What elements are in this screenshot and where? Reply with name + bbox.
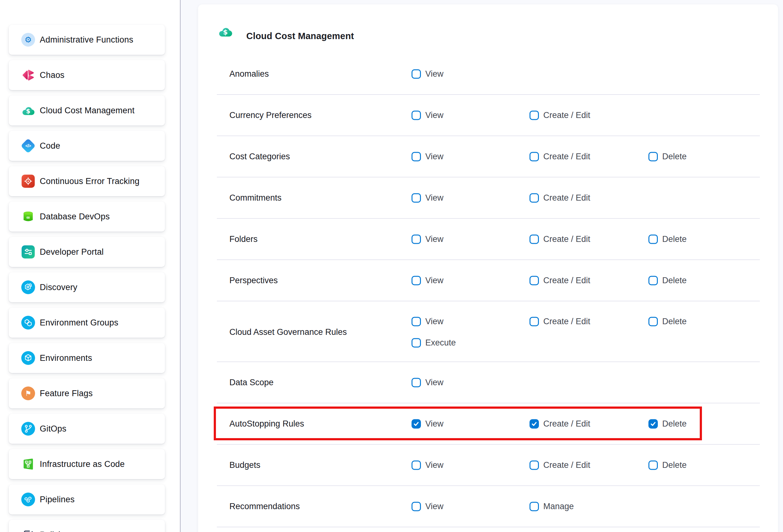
resource-label: Perspectives — [229, 276, 278, 285]
permission-cost-categories-view[interactable]: View — [411, 152, 443, 161]
cloud-dollar-icon: $ — [21, 103, 36, 118]
sidebar-item-administrative-functions[interactable]: ⚙ Administrative Functions — [9, 25, 165, 55]
chain-links-icon — [21, 492, 36, 507]
checkbox[interactable] — [530, 502, 539, 511]
sidebar-item-chaos[interactable]: Chaos — [9, 60, 165, 90]
checkbox[interactable] — [649, 152, 658, 161]
checkbox[interactable] — [411, 69, 421, 79]
module-title: Cloud Cost Management — [246, 31, 354, 41]
sidebar-item-code[interactable]: </> Code — [9, 131, 165, 161]
sidebar-item-continuous-error-tracking[interactable]: Continuous Error Tracking — [9, 166, 165, 196]
row-budgets: Budgets View Create / Edit Delete — [217, 445, 760, 486]
resource-label: Cost Categories — [229, 152, 290, 161]
sidebar-item-gitops[interactable]: GitOps — [9, 414, 165, 444]
checkbox[interactable] — [530, 276, 539, 285]
permissions-card: $ Cloud Cost Management Anomalies View C… — [198, 4, 778, 532]
sidebar-item-environments[interactable]: Environments — [9, 343, 165, 373]
cloud-dollar-icon: $ — [218, 24, 233, 41]
row-recommendations: Recommendations View Manage — [217, 486, 760, 527]
permission-cloud-asset-governance-rules-delete[interactable]: Delete — [649, 317, 687, 326]
checkbox[interactable] — [411, 338, 421, 347]
resource-label: Currency Preferences — [229, 111, 312, 120]
sidebar-item-discovery[interactable]: Discovery — [9, 272, 165, 302]
checkbox[interactable] — [649, 419, 658, 429]
sidebar-item-cloud-cost-management[interactable]: $ Cloud Cost Management — [9, 95, 165, 125]
permission-currency-preferences-create-edit[interactable]: Create / Edit — [530, 111, 590, 120]
permission-budgets-delete[interactable]: Delete — [649, 460, 687, 470]
row-perspectives: Perspectives View Create / Edit Delete — [217, 260, 760, 301]
permission-perspectives-view[interactable]: View — [411, 276, 443, 285]
permission-autostopping-rules-view[interactable]: View — [411, 419, 443, 429]
checkbox[interactable] — [411, 460, 421, 470]
code-icon: </> — [21, 138, 36, 153]
checkbox[interactable] — [411, 234, 421, 244]
checkbox[interactable] — [411, 152, 421, 161]
module-list: ⚙ Administrative Functions Chaos $ Cloud… — [0, 25, 180, 532]
sidebar-item-policies[interactable]: Policies — [9, 520, 165, 532]
svg-text:$: $ — [223, 28, 227, 36]
sidebar-item-environment-groups[interactable]: Environment Groups — [9, 308, 165, 338]
flag-icon: ⚑ — [21, 386, 36, 401]
permission-autostopping-rules-create-edit[interactable]: Create / Edit — [530, 419, 590, 429]
hexagon-group-icon — [21, 315, 36, 330]
resource-label: Data Scope — [229, 378, 274, 387]
row-folders: Folders View Create / Edit Delete — [217, 219, 760, 260]
checkbox[interactable] — [649, 276, 658, 285]
permission-cost-categories-create-edit[interactable]: Create / Edit — [530, 152, 590, 161]
target-icon — [21, 174, 36, 189]
sidebar-item-developer-portal[interactable]: Developer Portal — [9, 237, 165, 267]
permission-perspectives-delete[interactable]: Delete — [649, 276, 687, 285]
checkbox[interactable] — [649, 317, 658, 326]
permission-folders-view[interactable]: View — [411, 234, 443, 244]
checkbox[interactable] — [411, 419, 421, 429]
checkbox[interactable] — [530, 152, 539, 161]
svg-text:$: $ — [26, 107, 30, 115]
cube-icon — [21, 350, 36, 366]
permission-perspectives-create-edit[interactable]: Create / Edit — [530, 276, 590, 285]
permission-recommendations-view[interactable]: View — [411, 502, 443, 511]
checkbox[interactable] — [411, 193, 421, 202]
permission-anomalies-view[interactable]: View — [411, 69, 443, 79]
sliders-icon — [21, 244, 36, 259]
row-currency-preferences: Currency Preferences View Create / Edit — [217, 95, 760, 136]
checkbox[interactable] — [530, 111, 539, 120]
permission-cost-categories-delete[interactable]: Delete — [649, 152, 687, 161]
checkbox[interactable] — [530, 317, 539, 326]
permission-commitments-create-edit[interactable]: Create / Edit — [530, 193, 590, 203]
svg-text:∞: ∞ — [26, 215, 30, 220]
checkbox[interactable] — [649, 234, 658, 244]
checkbox[interactable] — [411, 502, 421, 511]
permission-data-scope-view[interactable]: View — [411, 378, 443, 387]
permission-cloud-asset-governance-rules-execute[interactable]: Execute — [411, 338, 456, 348]
checkbox[interactable] — [530, 193, 539, 202]
checkbox[interactable] — [530, 419, 539, 429]
checkbox[interactable] — [411, 111, 421, 120]
permission-cloud-asset-governance-rules-create-edit[interactable]: Create / Edit — [530, 317, 590, 326]
permission-folders-delete[interactable]: Delete — [649, 234, 687, 244]
permission-folders-create-edit[interactable]: Create / Edit — [530, 234, 590, 244]
checkbox[interactable] — [411, 378, 421, 387]
resource-label: Commitments — [229, 193, 282, 203]
permission-commitments-view[interactable]: View — [411, 193, 443, 203]
hexagon-search-icon — [21, 280, 36, 295]
resource-label: Budgets — [229, 460, 260, 470]
checkbox-check-icon — [21, 527, 36, 532]
sidebar-item-database-devops[interactable]: ∞ Database DevOps — [9, 201, 165, 231]
row-autostopping-rules: AutoStopping Rules View Create / Edit De… — [217, 403, 760, 445]
checkbox[interactable] — [649, 460, 658, 470]
permission-cloud-asset-governance-rules-view[interactable]: View — [411, 317, 443, 326]
checkbox[interactable] — [411, 276, 421, 285]
permission-budgets-view[interactable]: View — [411, 460, 443, 470]
sidebar-item-feature-flags[interactable]: ⚑ Feature Flags — [9, 378, 165, 408]
sidebar-item-pipelines[interactable]: Pipelines — [9, 484, 165, 514]
sidebar-item-infrastructure-as-code[interactable]: Infrastructure as Code — [9, 449, 165, 479]
checkbox[interactable] — [530, 234, 539, 244]
resource-label: Recommendations — [229, 502, 300, 511]
resource-label: AutoStopping Rules — [229, 419, 304, 429]
checkbox[interactable] — [530, 460, 539, 470]
permission-autostopping-rules-delete[interactable]: Delete — [649, 419, 687, 429]
checkbox[interactable] — [411, 317, 421, 326]
permission-recommendations-manage[interactable]: Manage — [530, 502, 574, 511]
permission-budgets-create-edit[interactable]: Create / Edit — [530, 460, 590, 470]
permission-currency-preferences-view[interactable]: View — [411, 111, 443, 120]
